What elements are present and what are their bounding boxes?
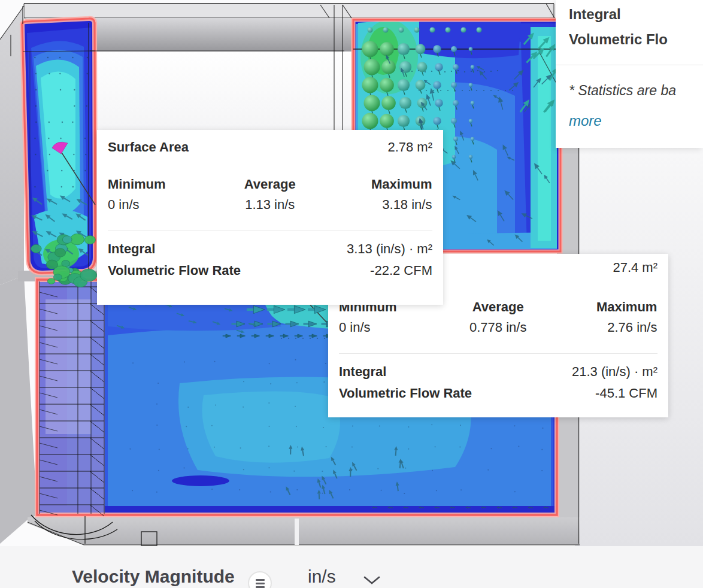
volumetric-label: Volumetric Flow Rate [108, 260, 241, 281]
integral-row: Integral Volumetric Flow Rate 21.3 (in/s… [339, 361, 657, 404]
volumetric-value: -45.1 CFM [572, 383, 657, 404]
integral-value: 3.13 (in/s) · m² [347, 238, 432, 260]
chevron-down-icon[interactable] [363, 575, 382, 586]
integral-label: Integral [339, 361, 472, 383]
integral-info-card: Integral Volumetric Flo * Statistics are… [556, 0, 703, 148]
integral-label: Integral [108, 238, 241, 260]
legend-field-title: Velocity Magnitude [72, 566, 235, 587]
surface-stats-card-1: Surface Area 2.78 m² Minimum 0 in/s Aver… [97, 130, 443, 305]
minimum-value: 0 in/s [339, 320, 445, 335]
legend-bar: Velocity Magnitude in/s [0, 546, 703, 588]
legend-menu-button[interactable] [248, 571, 272, 588]
card-divider [556, 65, 703, 65]
average-label: Average [216, 177, 323, 192]
maximum-value: 3.18 in/s [324, 197, 432, 213]
info-title-line1: Integral [569, 6, 621, 23]
maximum-label: Maximum [324, 177, 432, 192]
average-label: Average [445, 299, 551, 315]
integral-row: Integral Volumetric Flow Rate 3.13 (in/s… [108, 238, 432, 281]
statistics-note: * Statistics are ba [569, 83, 676, 99]
maximum-value: 2.76 in/s [551, 320, 657, 335]
surface-area-label: Surface Area [108, 140, 189, 155]
minimum-value: 0 in/s [108, 197, 216, 213]
info-title-line2: Volumetric Flo [569, 31, 668, 49]
menu-lines-icon [256, 579, 265, 581]
surface-area-value: 27.4 m² [613, 260, 657, 275]
min-avg-max-row: Minimum 0 in/s Average 1.13 in/s Maximum… [108, 177, 432, 213]
unit-dropdown[interactable]: in/s [308, 566, 336, 587]
maximum-label: Maximum [551, 299, 657, 315]
surface-area-row: Surface Area 2.78 m² [108, 140, 432, 155]
minimum-label: Minimum [108, 177, 216, 192]
card-divider [339, 353, 657, 354]
volumetric-value: -22.2 CFM [347, 260, 432, 281]
surface-area-value: 2.78 m² [387, 140, 432, 155]
integral-value: 21.3 (in/s) · m² [572, 361, 657, 383]
average-value: 1.13 in/s [216, 197, 323, 213]
min-avg-max-row: Minimum 0 in/s Average 0.778 in/s Maximu… [339, 299, 657, 335]
more-link[interactable]: more [569, 113, 602, 130]
average-value: 0.778 in/s [445, 320, 551, 335]
card-divider [108, 231, 432, 231]
volumetric-label: Volumetric Flow Rate [339, 383, 472, 404]
